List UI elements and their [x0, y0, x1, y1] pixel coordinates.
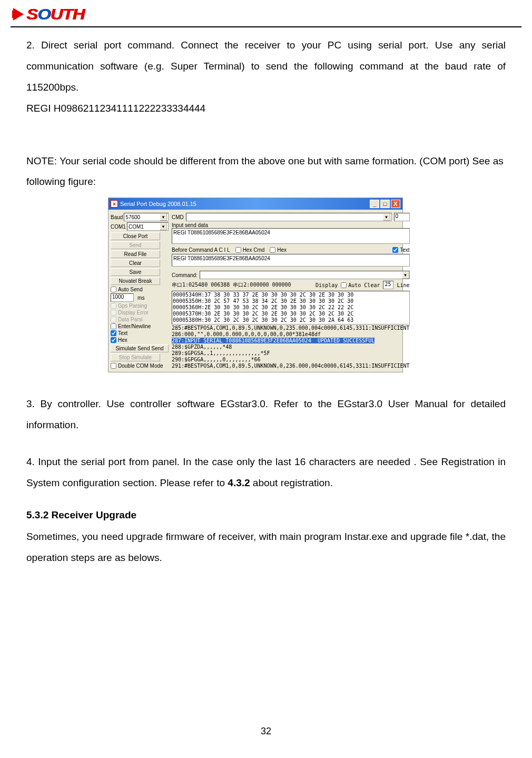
- chevron-down-icon: ▼: [160, 213, 167, 221]
- logo-header: SOUTH: [13, 5, 506, 23]
- display-label: Display: [316, 282, 338, 288]
- minimize-button[interactable]: _: [370, 200, 379, 208]
- save-button[interactable]: Save: [111, 268, 160, 276]
- paragraph-3: 3. By controller. Use controller softwar…: [26, 393, 506, 436]
- log-selected-line: 287:INPUT SERIAL T08861085689E3F2E86BAA0…: [172, 338, 375, 343]
- right-panel: CMD ▼ 0 Input send data REGI T0886108568…: [171, 210, 413, 372]
- baud-label: Baud: [111, 214, 123, 220]
- cmd-combo[interactable]: ▼: [186, 213, 392, 221]
- section-heading: 5.3.2 Receiver Upgrade: [26, 509, 506, 521]
- hex-checkbox[interactable]: Hex: [111, 337, 169, 343]
- log-output: 285:#BESTPOSA,COM1,0,89.5,UNKNOWN,0,235.…: [172, 324, 410, 370]
- close-button[interactable]: X: [391, 200, 400, 208]
- double-com-checkbox[interactable]: Double COM Mode: [111, 363, 169, 369]
- app-icon: ×: [111, 200, 118, 208]
- left-panel: Baud 57600▼ COM1 COM1▼ Close Port Send R…: [109, 210, 171, 372]
- data-parsi-checkbox: Data Parsi: [111, 317, 169, 322]
- chevron-down-icon: ▼: [160, 223, 167, 230]
- paragraph-2: 2. Direct serial port command. Connect t…: [26, 35, 506, 98]
- input-send-label: Input send data: [172, 222, 410, 228]
- paragraph-4: 4. Input the serial port from panel. In …: [26, 451, 506, 494]
- paragraph-5: Sometimes, you need upgrade firmware of …: [26, 526, 506, 568]
- text-checkbox[interactable]: Text: [111, 330, 169, 336]
- command-combo[interactable]: ▼: [200, 271, 410, 279]
- auto-clear-value[interactable]: 25: [383, 281, 393, 289]
- status-text: 串口1:025480 006388 串口2:000000 000000: [172, 281, 291, 289]
- text-right-checkbox[interactable]: Text: [392, 247, 409, 253]
- send-button[interactable]: Send: [111, 241, 160, 249]
- chevron-down-icon: ▼: [383, 213, 390, 221]
- read-file-button[interactable]: Read File: [111, 250, 160, 258]
- com-combo[interactable]: COM1▼: [127, 222, 169, 231]
- embedded-screenshot: × Serial Port Debug 2008.01.15 _ □ X Bau…: [26, 198, 506, 372]
- stop-simulate-button[interactable]: Stop Simulate: [111, 353, 160, 361]
- gps-parsing-checkbox: Gps Parsing: [111, 303, 169, 309]
- ms-input[interactable]: 1000: [111, 293, 134, 302]
- output-echo: REGI T08861085689E3F2E86BAA05024: [172, 254, 410, 267]
- novatel-break-button[interactable]: Novatel Break: [111, 277, 160, 285]
- line-label: Line: [397, 282, 409, 288]
- auto-send-checkbox[interactable]: Auto Send: [111, 287, 169, 292]
- window-titlebar: × Serial Port Debug 2008.01.15 _ □ X: [109, 198, 402, 210]
- window-title: Serial Port Debug 2008.01.15: [120, 201, 196, 207]
- cmd-label: CMD: [172, 214, 184, 220]
- arrow-icon: [13, 8, 24, 21]
- ms-label: ms: [137, 295, 144, 301]
- display-error-checkbox: Display Error: [111, 310, 169, 316]
- logo-text: SOUTH: [26, 5, 84, 23]
- header-rule: [11, 26, 521, 27]
- command-label: Command:: [172, 272, 198, 278]
- baud-combo[interactable]: 57600▼: [124, 213, 169, 221]
- hex-cmd-checkbox[interactable]: Hex Cmd: [235, 247, 265, 253]
- com-label: COM1: [111, 224, 126, 230]
- input-send-data[interactable]: REGI T08861085689E3F2E86BAA05024: [172, 228, 410, 244]
- maximize-button[interactable]: □: [380, 200, 390, 208]
- before-command-label: Before Command A C I L: [172, 247, 230, 253]
- hex-right-checkbox[interactable]: Hex: [270, 247, 287, 253]
- zero-input[interactable]: 0: [394, 213, 410, 221]
- auto-clear-checkbox[interactable]: Auto Clear: [341, 282, 380, 288]
- clear-button[interactable]: Clear: [111, 259, 160, 267]
- hex-dump: 00005340H:37 38 30 33 37 2E 30 30 30 30 …: [172, 291, 410, 324]
- simulate-send-button[interactable]: Simulate Send Send: [111, 344, 169, 352]
- command-example: REGI H09862112341111222233334444: [26, 98, 506, 119]
- enter-newline-checkbox[interactable]: Enter/Newline: [111, 323, 169, 329]
- note-paragraph: NOTE: Your serial code should be differe…: [26, 151, 506, 193]
- close-port-button[interactable]: Close Port: [111, 232, 160, 240]
- chevron-down-icon: ▼: [402, 271, 409, 279]
- serial-debug-window: × Serial Port Debug 2008.01.15 _ □ X Bau…: [108, 198, 403, 372]
- page-number: 32: [0, 726, 532, 737]
